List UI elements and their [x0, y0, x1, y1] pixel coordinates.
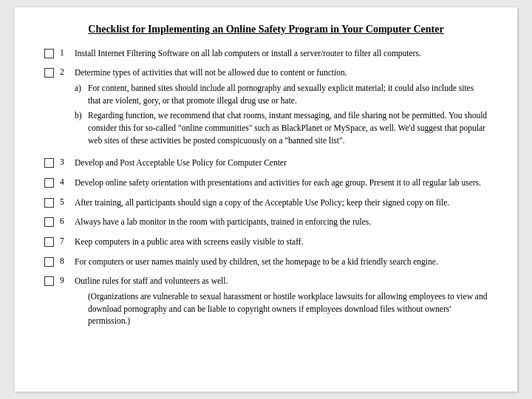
- sub-item: b)Regarding function, we recommend that …: [75, 109, 488, 146]
- sub-item: (Organizations are vulnerable to sexual …: [75, 290, 488, 327]
- checkbox[interactable]: [44, 217, 54, 227]
- item-text: Install Internet Filtering Software on a…: [75, 47, 488, 60]
- sub-items: (Organizations are vulnerable to sexual …: [75, 290, 488, 327]
- item-text: After training, all participants should …: [75, 197, 488, 209]
- item-text: Keep computers in a public area with scr…: [75, 236, 488, 248]
- sub-items: a)For content, banned sites should inclu…: [75, 82, 488, 146]
- item-number: 2: [60, 67, 70, 76]
- item-number: 3: [60, 157, 70, 166]
- item-text: Always have a lab monitor in the room wi…: [75, 216, 488, 228]
- checkbox[interactable]: [44, 237, 54, 247]
- sub-text: Regarding function, we recommend that ch…: [88, 109, 488, 146]
- item-number: 9: [60, 276, 70, 284]
- checkbox[interactable]: [44, 68, 54, 78]
- checklist-item: 9Outline rules for staff and volunteers …: [44, 275, 488, 330]
- checklist-container: 1Install Internet Filtering Software on …: [44, 47, 488, 330]
- item-number: 5: [60, 197, 70, 206]
- sub-item: a)For content, banned sites should inclu…: [75, 82, 488, 106]
- item-text: For computers or user names mainly used …: [75, 256, 488, 268]
- checkbox[interactable]: [44, 198, 54, 208]
- document-page: Checklist for Implementing an Online Saf…: [15, 7, 517, 392]
- item-text: Develop and Post Acceptable Use Policy f…: [75, 157, 488, 169]
- item-text: Outline rules for staff and volunteers a…: [75, 275, 488, 330]
- item-number: 7: [60, 236, 70, 245]
- sub-text: For content, banned sites should include…: [88, 82, 488, 106]
- sub-label: a): [75, 82, 88, 95]
- checkbox[interactable]: [44, 49, 54, 58]
- item-number: 6: [60, 216, 70, 225]
- checklist-item: 8For computers or user names mainly used…: [44, 256, 488, 268]
- checkbox[interactable]: [44, 178, 54, 188]
- checklist-item: 7Keep computers in a public area with sc…: [44, 236, 488, 248]
- item-text: Develop online safety orientation with p…: [75, 177, 488, 189]
- checklist-item: 1Install Internet Filtering Software on …: [44, 47, 488, 60]
- checklist-item: 6Always have a lab monitor in the room w…: [44, 216, 488, 228]
- sub-label: b): [75, 109, 88, 122]
- checklist-item: 2Determine types of activities that will…: [44, 66, 488, 149]
- item-number: 1: [60, 48, 70, 57]
- checkbox[interactable]: [44, 158, 54, 168]
- item-text: Determine types of activities that will …: [75, 66, 488, 149]
- checklist-item: 5After training, all participants should…: [44, 197, 488, 209]
- checkbox[interactable]: [44, 276, 54, 286]
- item-number: 8: [60, 256, 70, 265]
- checklist-item: 4Develop online safety orientation with …: [44, 177, 488, 189]
- sub-text: (Organizations are vulnerable to sexual …: [88, 290, 488, 327]
- checklist-item: 3Develop and Post Acceptable Use Policy …: [44, 157, 488, 169]
- item-number: 4: [60, 177, 70, 186]
- document-title: Checklist for Implementing an Online Saf…: [44, 22, 488, 37]
- checkbox[interactable]: [44, 257, 54, 267]
